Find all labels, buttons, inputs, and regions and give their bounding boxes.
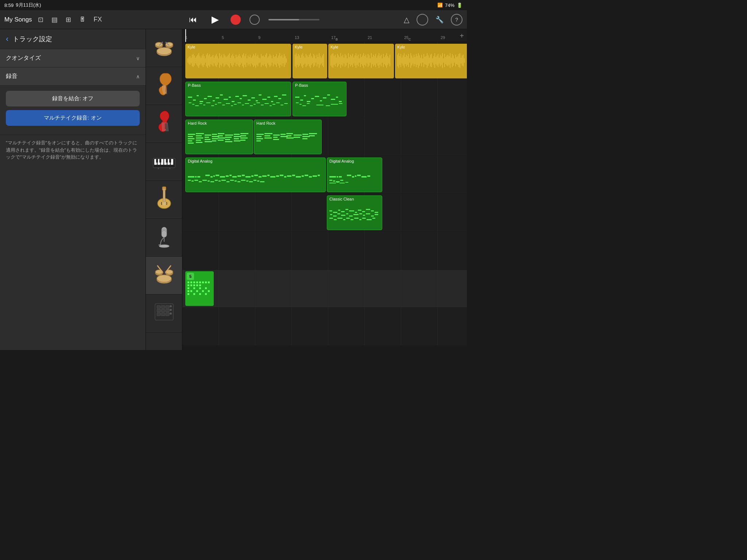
quantize-row[interactable]: クオンタイズ ∨	[0, 49, 146, 67]
svg-rect-102	[228, 55, 229, 66]
svg-rect-229	[381, 55, 382, 66]
svg-rect-436	[229, 175, 232, 176]
clip-digitalanalog-2[interactable]: Digital Analog	[327, 158, 382, 192]
svg-rect-433	[216, 175, 219, 176]
track-icon-drums2[interactable]	[146, 257, 182, 295]
view-single-btn[interactable]: ⊡	[36, 14, 46, 25]
svg-rect-83	[207, 53, 208, 68]
clip-hardrock-2[interactable]: Hard Rock	[254, 120, 322, 154]
svg-rect-101	[227, 56, 228, 65]
svg-rect-69	[192, 55, 193, 66]
help-btn[interactable]: ?	[451, 14, 462, 26]
svg-rect-364	[299, 104, 302, 105]
clip-classicclean[interactable]: Classic Clean	[327, 195, 382, 230]
svg-rect-505	[371, 210, 374, 211]
track-icon-bass[interactable]	[146, 67, 182, 105]
track-icon-electric-guitar[interactable]	[146, 105, 182, 143]
playhead	[185, 29, 186, 42]
svg-rect-405	[256, 134, 264, 135]
svg-rect-475	[253, 180, 256, 181]
svg-rect-294	[458, 54, 459, 67]
svg-rect-322	[274, 96, 278, 97]
svg-rect-515	[363, 215, 365, 216]
svg-rect-41	[162, 227, 167, 237]
ruler-mark-9: 9	[258, 35, 260, 40]
fx-btn[interactable]: FX	[92, 14, 104, 25]
svg-rect-205	[355, 55, 355, 66]
svg-rect-281	[444, 54, 445, 67]
add-marker-btn[interactable]: +	[460, 31, 464, 40]
volume-slider[interactable]	[268, 19, 320, 20]
svg-rect-365	[302, 105, 306, 106]
clip-kyle-3[interactable]: Kyle	[328, 44, 394, 78]
svg-rect-495	[329, 210, 332, 211]
clip-drums2[interactable]: 5	[185, 271, 214, 306]
svg-rect-375	[188, 143, 194, 144]
clip-hardrock-1[interactable]: Hard Rock	[185, 120, 253, 154]
svg-rect-496	[333, 212, 337, 213]
svg-rect-549	[190, 290, 192, 292]
svg-rect-373	[188, 138, 194, 139]
info-text: "マルチテイク録音"をオンにすると、曲のすべてのトラックに適用されます。"録音を…	[0, 135, 146, 165]
svg-rect-462	[202, 180, 207, 181]
svg-rect-538	[208, 281, 210, 283]
svg-rect-71	[194, 55, 195, 66]
svg-rect-399	[234, 138, 239, 139]
view-grid-btn[interactable]: ⊞	[63, 14, 73, 25]
ruler-mark-29: 29	[441, 35, 445, 40]
metronome-btn[interactable]: △	[402, 14, 411, 26]
svg-rect-420	[294, 135, 302, 136]
loop-btn[interactable]	[249, 15, 260, 25]
my-songs-label[interactable]: My Songs	[4, 16, 32, 23]
svg-rect-542	[196, 284, 198, 286]
svg-rect-235	[387, 56, 388, 65]
view-list-btn[interactable]: ▤	[49, 14, 60, 25]
svg-rect-176	[317, 55, 317, 66]
svg-rect-239	[398, 53, 399, 68]
svg-rect-70	[193, 54, 194, 67]
svg-rect-92	[217, 56, 218, 65]
clip-label: P-Bass	[293, 82, 346, 89]
clip-pbass-2[interactable]: P-Bass	[293, 82, 347, 116]
play-btn[interactable]: ▶	[209, 12, 222, 27]
svg-rect-216	[367, 58, 367, 63]
svg-rect-388	[212, 140, 216, 141]
record-btn[interactable]	[231, 15, 241, 25]
clip-pbass-1[interactable]: P-Bass	[185, 82, 291, 116]
track-icon-keyboard[interactable]	[146, 143, 182, 181]
track-icon-drums1[interactable]	[146, 29, 182, 67]
record-row[interactable]: 録音 ∧	[0, 67, 146, 86]
svg-rect-209	[359, 58, 360, 63]
track-icon-acoustic-guitar[interactable]	[146, 181, 182, 219]
clip-kyle-4[interactable]: Kyle	[395, 44, 467, 78]
merge-record-btn[interactable]: 録音を結合: オフ	[6, 91, 140, 106]
svg-rect-487	[329, 180, 332, 181]
tracks-scroll[interactable]: Kyle // Generated inline for waveform ap…	[182, 42, 467, 350]
svg-rect-53	[157, 306, 160, 308]
clip-kyle-2[interactable]: Kyle	[293, 44, 327, 78]
svg-rect-543	[199, 284, 201, 286]
multitake-record-btn[interactable]: マルチテイク録音: オン	[6, 110, 140, 126]
svg-rect-391	[218, 137, 225, 139]
svg-rect-145	[275, 56, 276, 65]
svg-rect-85	[209, 54, 210, 67]
svg-rect-86	[210, 57, 211, 64]
settings-btn[interactable]: 🔧	[433, 14, 446, 25]
svg-rect-76	[200, 56, 200, 65]
rewind-btn[interactable]: ⏮	[186, 13, 200, 26]
clip-kyle-1[interactable]: Kyle // Generated inline for waveform ap…	[185, 44, 291, 78]
svg-rect-319	[262, 99, 267, 100]
clip-digitalanalog-1[interactable]: Digital Analog	[185, 158, 326, 192]
quantize-label: クオンタイズ	[6, 54, 41, 62]
track-icon-microphone[interactable]	[146, 219, 182, 257]
svg-rect-477	[260, 181, 264, 182]
track-icon-beatpad[interactable]	[146, 295, 182, 332]
mixer-btn[interactable]: 🎚	[77, 14, 88, 25]
left-panel: ‹ トラック設定 クオンタイズ ∨ 録音 ∧ 録音を結合: オフ マルチテイク録…	[0, 29, 146, 350]
chat-btn[interactable]	[417, 14, 428, 26]
svg-rect-337	[234, 104, 237, 105]
svg-rect-267	[429, 58, 430, 63]
svg-rect-231	[383, 54, 384, 67]
back-btn[interactable]: ‹	[6, 34, 8, 44]
svg-rect-124	[252, 56, 253, 65]
